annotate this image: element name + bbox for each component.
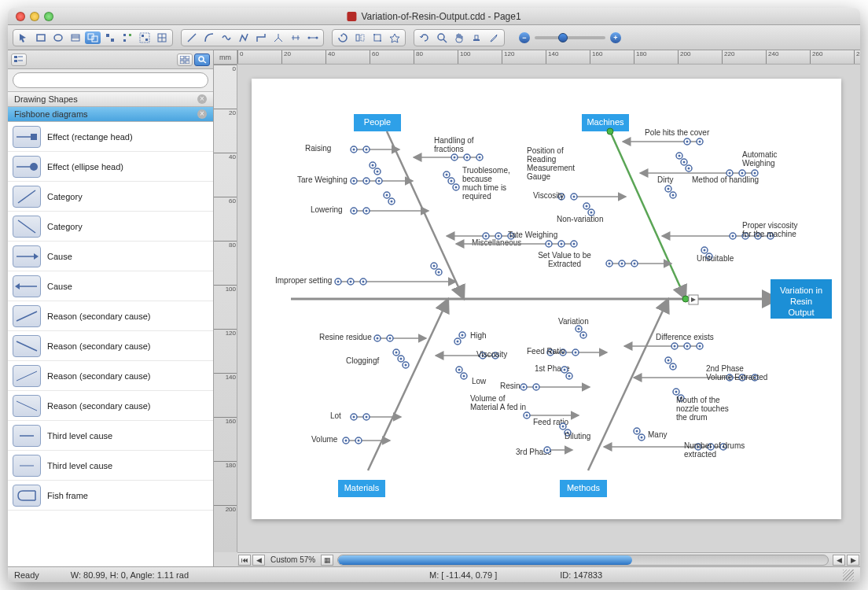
svg-line-18: [188, 34, 196, 42]
poly-tool[interactable]: [236, 31, 252, 44]
svg-point-1: [54, 35, 62, 41]
shape-item[interactable]: Cause: [8, 271, 213, 301]
align-tool[interactable]: [102, 31, 118, 44]
main-toolbar: − +: [8, 25, 860, 50]
first-page-button[interactable]: ⏮: [238, 555, 251, 566]
svg-text:Lowering: Lowering: [311, 205, 343, 214]
tree-view-button[interactable]: [11, 53, 27, 66]
canvas-scroll[interactable]: Variation inResinOutputPeopleMachinesMat…: [237, 65, 860, 552]
curve-tool[interactable]: [219, 31, 234, 44]
svg-text:Position of: Position of: [527, 146, 564, 155]
zoom-window-button[interactable]: [44, 12, 53, 21]
hand-tool[interactable]: [451, 31, 467, 44]
rotate-tool[interactable]: [335, 31, 351, 44]
shape-item[interactable]: Category: [8, 212, 213, 242]
shape-item[interactable]: Reason (secondary cause): [8, 301, 213, 331]
zoom-handle[interactable]: [558, 33, 568, 42]
close-window-button[interactable]: [16, 12, 25, 21]
svg-line-48: [18, 190, 35, 203]
svg-text:Unsuitable: Unsuitable: [697, 254, 734, 263]
svg-text:extracted: extracted: [684, 450, 716, 459]
section-close-icon[interactable]: ×: [197, 109, 207, 119]
horizontal-scroll-track[interactable]: [337, 555, 829, 566]
svg-point-311: [672, 366, 675, 368]
view-tool-group: [414, 29, 505, 46]
svg-point-186: [683, 161, 686, 164]
text-tool[interactable]: [68, 31, 83, 44]
svg-text:Methods: Methods: [567, 483, 601, 492]
zoom-slider[interactable]: − +: [519, 32, 621, 43]
horizontal-ruler: 020406080100120140160180200220240260280: [237, 50, 860, 65]
connector3-tool[interactable]: [288, 31, 303, 44]
shape-icon: [13, 425, 41, 447]
svg-text:Weighing: Weighing: [742, 159, 775, 168]
page[interactable]: Variation inResinOutputPeopleMachinesMat…: [252, 79, 841, 519]
rect-tool[interactable]: [33, 31, 49, 44]
svg-text:High: High: [470, 331, 487, 340]
container-tool[interactable]: [85, 31, 101, 44]
section-close-icon[interactable]: ×: [197, 94, 207, 104]
resize-grip[interactable]: [843, 570, 854, 581]
section-drawing-shapes[interactable]: Drawing Shapes ×: [8, 92, 213, 107]
shape-item[interactable]: Category: [8, 182, 213, 212]
zoom-in-button[interactable]: +: [610, 32, 621, 43]
svg-point-184: [679, 155, 681, 157]
section-fishbone[interactable]: Fishbone diagrams ×: [8, 107, 213, 122]
prev-page-button[interactable]: ◀: [252, 555, 265, 566]
svg-point-304: [686, 345, 689, 348]
shape-search-input[interactable]: [13, 72, 208, 88]
connector4-tool[interactable]: [305, 31, 321, 44]
svg-point-283: [535, 386, 538, 389]
svg-point-135: [573, 243, 576, 245]
zoom-tool[interactable]: [434, 31, 450, 44]
svg-point-88: [366, 180, 368, 183]
shape-item[interactable]: Reason (secondary cause): [8, 361, 213, 391]
svg-point-212: [732, 235, 734, 238]
svg-point-193: [741, 172, 744, 175]
shape-item[interactable]: Third level cause: [8, 451, 213, 481]
pointer-tool[interactable]: [16, 31, 31, 44]
shape-item[interactable]: Fish frame: [8, 481, 213, 511]
grid-view-button[interactable]: [177, 53, 193, 66]
shape-icon: [13, 216, 41, 238]
zoom-track[interactable]: [535, 36, 605, 39]
svg-point-257: [345, 440, 348, 442]
svg-text:Volume Extracted: Volume Extracted: [706, 373, 767, 382]
svg-text:Set Value to be: Set Value to be: [538, 251, 591, 260]
scroll-left-button[interactable]: ◀: [833, 555, 845, 566]
snap-tool[interactable]: [387, 31, 403, 44]
connector2-tool[interactable]: [270, 31, 286, 44]
zoom-out-button[interactable]: −: [519, 32, 530, 43]
shape-item[interactable]: Cause: [8, 242, 213, 271]
shape-icon: [13, 126, 41, 148]
table-tool[interactable]: [154, 31, 170, 44]
shape-item[interactable]: Reason (secondary cause): [8, 331, 213, 361]
svg-text:Resin: Resin: [500, 382, 520, 390]
arc-tool[interactable]: [201, 31, 217, 44]
flip-tool[interactable]: [352, 31, 368, 44]
search-view-button[interactable]: [194, 53, 210, 66]
fishbone-diagram[interactable]: Variation inResinOutputPeopleMachinesMat…: [252, 79, 841, 519]
pages-button[interactable]: ▦: [321, 555, 333, 566]
svg-text:2nd Phase: 2nd Phase: [706, 364, 744, 373]
zoom-label[interactable]: Custom 57%: [266, 555, 320, 564]
crop-tool[interactable]: [370, 31, 385, 44]
shape-item[interactable]: Third level cause: [8, 421, 213, 451]
eyedrop-tool[interactable]: [486, 31, 502, 44]
svg-rect-14: [145, 39, 148, 41]
refresh-tool[interactable]: [417, 31, 432, 44]
group-tool[interactable]: [137, 31, 153, 44]
shape-item[interactable]: Reason (secondary cause): [8, 391, 213, 421]
line-tool[interactable]: [184, 31, 200, 44]
ellipse-tool[interactable]: [50, 31, 66, 44]
scroll-right-button[interactable]: ▶: [847, 555, 859, 566]
shape-item[interactable]: Effect (rectange head): [8, 122, 213, 152]
elbow-tool[interactable]: [253, 31, 269, 44]
shape-item[interactable]: Effect (ellipse head): [8, 152, 213, 182]
stamp-tool[interactable]: [469, 31, 484, 44]
svg-point-93: [372, 164, 374, 167]
svg-point-98: [353, 210, 355, 212]
horizontal-scroll-thumb[interactable]: [338, 555, 632, 565]
minimize-window-button[interactable]: [30, 12, 39, 21]
distribute-tool[interactable]: [120, 31, 135, 44]
